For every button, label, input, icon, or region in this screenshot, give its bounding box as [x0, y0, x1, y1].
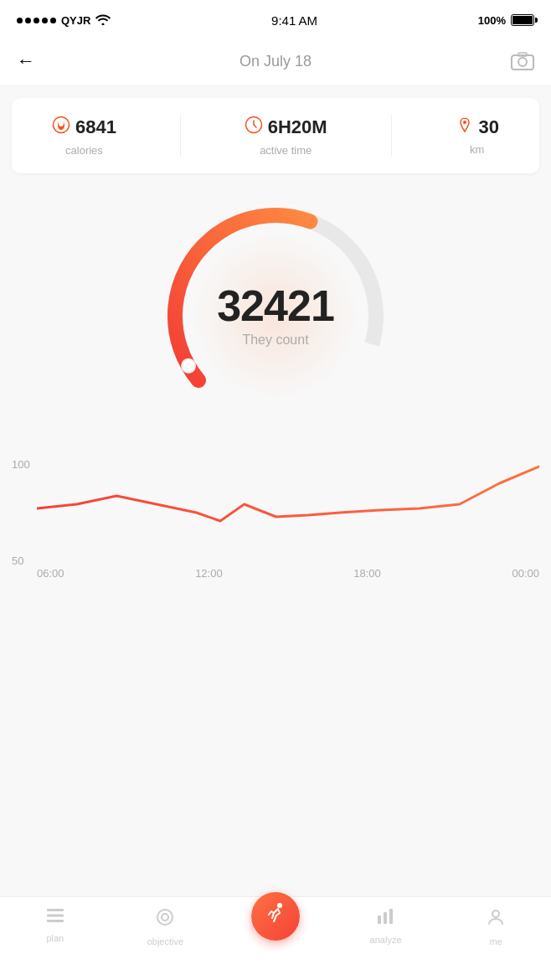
svg-point-15 — [492, 910, 499, 917]
svg-rect-13 — [384, 912, 387, 924]
run-button[interactable] — [251, 892, 300, 941]
status-left: QYJR — [17, 13, 111, 28]
nav-objective-label: objective — [147, 936, 183, 946]
chart-icon — [376, 907, 396, 931]
nav-me[interactable]: me — [440, 907, 551, 946]
svg-point-3 — [53, 116, 69, 132]
nav-analyze[interactable]: analyze — [331, 907, 441, 945]
steps-circle-section: 32421 They count — [0, 173, 551, 450]
nav-plan[interactable]: plan — [0, 907, 111, 943]
calories-stat: 6841 calories — [52, 116, 116, 157]
distance-stat: 30 km — [456, 116, 499, 156]
activity-chart-section: 100 50 06:00 12:00 18:00 00:00 — [0, 450, 551, 592]
person-icon — [486, 907, 506, 932]
status-right: 100% — [478, 14, 534, 27]
y-label-100: 100 — [12, 458, 30, 471]
battery-percent: 100% — [478, 14, 506, 27]
steps-display: 32421 They count — [217, 284, 334, 348]
x-label-0600: 06:00 — [37, 567, 64, 580]
header: ← On July 18 — [0, 37, 551, 86]
chart-wrap: 100 50 06:00 12:00 18:00 00:00 — [12, 458, 539, 592]
svg-point-1 — [518, 58, 527, 66]
svg-point-5 — [463, 121, 466, 124]
distance-label: km — [470, 143, 484, 156]
svg-point-9 — [157, 910, 173, 925]
run-icon — [263, 901, 288, 932]
active-time-value: 6H20M — [268, 116, 327, 138]
x-label-1200: 12:00 — [195, 567, 223, 580]
battery-icon — [511, 14, 534, 26]
flame-icon — [52, 116, 70, 139]
status-bar: QYJR 9:41 AM 100% — [0, 0, 551, 37]
page-title: On July 18 — [239, 53, 312, 70]
svg-rect-12 — [378, 916, 381, 924]
nav-analyze-label: analyze — [370, 935, 402, 945]
chart-line — [37, 467, 539, 521]
active-time-stat: 6H20M active time — [245, 116, 327, 157]
steps-value: 32421 — [217, 284, 334, 328]
back-button[interactable]: ← — [17, 50, 50, 72]
circle-icon — [155, 907, 175, 932]
camera-button[interactable] — [501, 52, 534, 70]
svg-rect-14 — [389, 909, 393, 924]
svg-rect-6 — [47, 909, 64, 911]
chart-svg — [37, 458, 539, 559]
carrier-label: QYJR — [61, 14, 90, 27]
nav-objective[interactable]: objective — [111, 907, 221, 946]
divider-2 — [391, 115, 392, 157]
nav-me-label: me — [490, 936, 502, 946]
divider-1 — [180, 115, 181, 157]
bottom-nav: plan objective — [0, 896, 551, 980]
calories-value: 6841 — [75, 116, 116, 138]
x-label-0000: 00:00 — [512, 567, 539, 580]
svg-rect-7 — [47, 915, 64, 917]
signal-dots — [17, 18, 56, 23]
nav-run[interactable] — [220, 907, 331, 941]
distance-value: 30 — [479, 116, 499, 138]
chart-x-labels: 06:00 12:00 18:00 00:00 — [12, 562, 539, 580]
camera-icon — [511, 52, 534, 70]
menu-icon — [45, 907, 65, 929]
nav-plan-label: plan — [46, 933, 64, 943]
calories-label: calories — [65, 144, 103, 157]
status-time: 9:41 AM — [271, 13, 317, 28]
clock-icon — [245, 116, 263, 139]
x-label-1800: 18:00 — [353, 567, 381, 580]
svg-rect-8 — [47, 920, 64, 922]
steps-sublabel: They count — [217, 333, 334, 348]
circle-container: 32421 They count — [158, 199, 393, 433]
pin-icon — [456, 116, 474, 138]
svg-point-10 — [162, 914, 168, 921]
chart-y-labels: 100 50 — [12, 458, 30, 567]
svg-point-11 — [277, 903, 282, 908]
wifi-icon — [95, 13, 111, 28]
